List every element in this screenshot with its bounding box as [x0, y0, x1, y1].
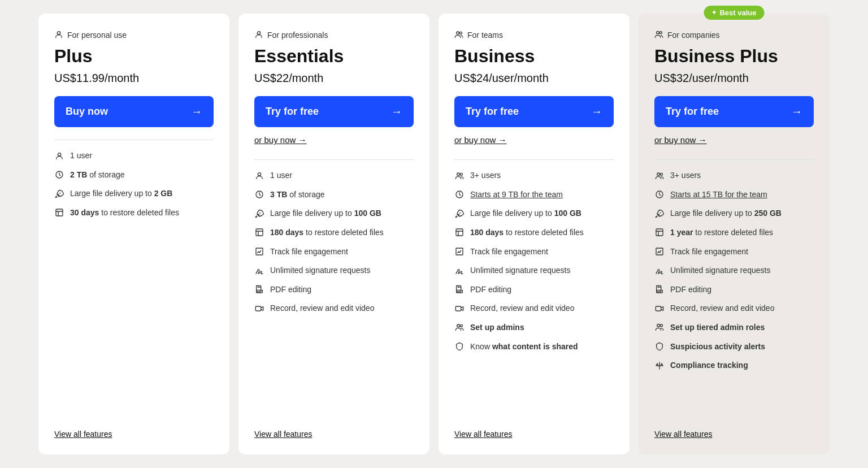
plan-audience: For professionals — [254, 29, 414, 41]
signature-icon — [254, 265, 264, 275]
chart-icon — [254, 246, 264, 257]
feature-text: Set up admins — [470, 322, 524, 333]
or-buy-now-button[interactable]: or buy now → — [654, 135, 814, 145]
view-all-features-button[interactable]: View all features — [454, 416, 614, 439]
feature-text: Large file delivery up to 2 GB — [70, 188, 172, 200]
or-buy-now-button[interactable]: or buy now → — [254, 135, 414, 145]
feature-item: Know what content is shared — [454, 341, 614, 353]
feature-text: 3+ users — [470, 170, 501, 181]
feature-text: PDF editing — [470, 284, 511, 296]
signature-icon — [454, 265, 465, 275]
restore-icon — [254, 227, 264, 237]
company-icon — [654, 322, 665, 332]
feature-text: 2 TB of storage — [70, 170, 125, 181]
feature-text: Starts at 15 TB for the team — [670, 189, 767, 201]
feature-item: 3+ users — [654, 170, 814, 181]
feature-text: Record, review and edit video — [670, 303, 774, 314]
arrow-icon: → — [791, 105, 802, 118]
plan-card-business: For teams Business US$24/user/month Try … — [439, 14, 630, 454]
svg-point-5 — [257, 32, 260, 34]
audience-icon — [54, 29, 63, 41]
plan-price: US$22/month — [254, 72, 414, 85]
feature-text: Track file engagement — [270, 246, 348, 258]
svg-rect-9 — [256, 229, 263, 236]
svg-rect-11 — [257, 286, 261, 292]
feature-text: Record, review and edit video — [270, 303, 374, 314]
cta-label: Try for free — [266, 106, 319, 118]
svg-point-3 — [59, 193, 60, 194]
pdf-icon — [254, 284, 264, 294]
audience-icon — [654, 29, 663, 41]
svg-point-8 — [259, 213, 261, 214]
person-icon — [54, 150, 64, 161]
video-icon — [254, 303, 264, 313]
rocket-icon — [454, 208, 465, 218]
cta-primary-button[interactable]: Try for free → — [254, 96, 414, 127]
cta-primary-button[interactable]: Try for free → — [654, 96, 814, 127]
or-buy-now-button[interactable]: or buy now → — [454, 135, 614, 145]
svg-rect-33 — [657, 286, 661, 292]
svg-point-13 — [457, 32, 459, 34]
features-divider — [454, 159, 614, 160]
pdf-icon — [654, 284, 665, 294]
cta-primary-button[interactable]: Buy now → — [54, 96, 214, 127]
feature-text: 1 user — [270, 170, 292, 181]
scale-icon — [654, 360, 665, 370]
team-icon — [654, 170, 665, 180]
svg-point-24 — [460, 325, 462, 327]
audience-icon — [254, 29, 263, 41]
svg-rect-4 — [56, 209, 63, 216]
person-icon — [254, 170, 264, 180]
feature-text: Set up tiered admin roles — [670, 322, 765, 333]
cta-primary-button[interactable]: Try for free → — [454, 96, 614, 127]
svg-rect-34 — [656, 306, 661, 311]
features-list: 3+ users Starts at 9 TB for the team Lar… — [454, 170, 614, 416]
feature-item: 3+ users — [454, 170, 614, 181]
feature-text: Unlimited signature requests — [270, 265, 370, 276]
clock-icon — [454, 189, 465, 200]
feature-item: 180 days to restore deleted files — [454, 227, 614, 239]
feature-item: Set up tiered admin roles — [654, 322, 814, 333]
feature-item: 1 user — [254, 170, 414, 181]
view-all-features-button[interactable]: View all features — [254, 416, 414, 439]
plan-card-essentials: For professionals Essentials US$22/month… — [238, 14, 429, 454]
svg-point-26 — [659, 32, 662, 34]
features-list: 1 user 2 TB of storage Large file delive… — [54, 150, 214, 416]
clock-icon — [654, 189, 665, 200]
team-icon — [454, 322, 465, 332]
plan-price: US$24/user/month — [454, 72, 614, 85]
feature-item: Record, review and edit video — [454, 303, 614, 314]
feature-item: Track file engagement — [654, 246, 814, 258]
feature-text: 30 days to restore deleted files — [70, 207, 179, 219]
plan-name: Business Plus — [654, 46, 814, 66]
plan-audience: For personal use — [54, 29, 214, 41]
plan-audience: For teams — [454, 29, 614, 41]
feature-item: 30 days to restore deleted files — [54, 207, 214, 219]
feature-text: Large file delivery up to 250 GB — [670, 208, 782, 219]
clock-icon — [54, 170, 64, 180]
feature-item: PDF editing — [254, 284, 414, 296]
arrow-icon: → — [191, 105, 202, 118]
audience-label: For professionals — [267, 31, 328, 40]
audience-icon — [454, 29, 463, 41]
feature-item: 1 year to restore deleted files — [654, 227, 814, 239]
feature-item: Starts at 9 TB for the team — [454, 189, 614, 201]
view-all-features-button[interactable]: View all features — [654, 416, 814, 439]
feature-text: Know what content is shared — [470, 341, 578, 353]
features-list: 1 user 3 TB of storage Large file delive… — [254, 170, 414, 416]
feature-text: 1 year to restore deleted files — [670, 227, 773, 239]
view-all-features-button[interactable]: View all features — [54, 416, 214, 439]
feature-item: Set up admins — [454, 322, 614, 333]
cta-label: Buy now — [66, 106, 108, 118]
feature-item: Starts at 15 TB for the team — [654, 189, 814, 201]
feature-item: Record, review and edit video — [654, 303, 814, 314]
feature-item: Large file delivery up to 250 GB — [654, 208, 814, 219]
feature-item: 180 days to restore deleted files — [254, 227, 414, 239]
svg-rect-12 — [255, 306, 261, 311]
svg-rect-32 — [656, 248, 663, 255]
audience-label: For teams — [467, 31, 503, 40]
svg-point-16 — [460, 173, 462, 175]
chart-icon — [454, 246, 465, 257]
chart-icon — [654, 246, 665, 257]
feature-item: Compliance tracking — [654, 360, 814, 371]
